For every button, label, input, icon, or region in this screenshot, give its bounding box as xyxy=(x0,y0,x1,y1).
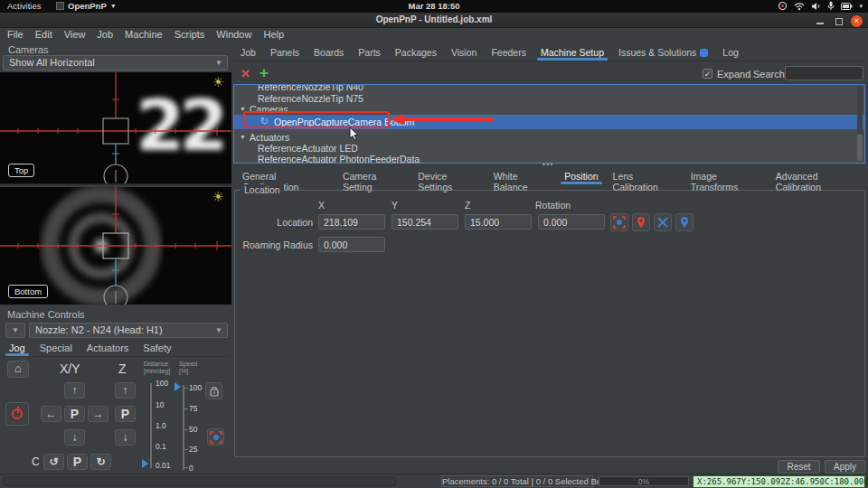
move-camera-to-location-button[interactable] xyxy=(654,213,672,231)
tab-general-configuration[interactable]: General Configuration xyxy=(235,169,335,184)
tree-scrollbar-thumb[interactable] xyxy=(857,134,863,161)
jog-c-ccw-button[interactable]: ↺ xyxy=(43,454,64,470)
move-nozzle-to-location-button[interactable] xyxy=(675,213,693,231)
menu-machine[interactable]: Machine xyxy=(125,29,163,42)
tab-actuators[interactable]: Actuators xyxy=(80,341,136,356)
menu-job[interactable]: Job xyxy=(97,29,113,42)
location-z-field[interactable] xyxy=(465,214,532,230)
brightness-icon[interactable]: ☀ xyxy=(212,74,224,90)
nozzle-dropdown-toggle[interactable]: ▼ xyxy=(5,323,25,338)
tab-log[interactable]: Log xyxy=(715,45,746,61)
capture-camera-location-button[interactable] xyxy=(610,213,628,231)
jog-c-cw-button[interactable]: ↻ xyxy=(90,454,111,470)
tree-item-nozzletip-n40[interactable]: ReferenceNozzleTip N40 xyxy=(234,84,864,92)
menu-file[interactable]: File xyxy=(7,29,24,42)
tab-packages[interactable]: Packages xyxy=(388,45,444,61)
machine-controls-tabs: Jog Special Actuators Safety xyxy=(2,341,230,357)
speed-tick: 50 xyxy=(189,425,197,434)
status-message-field xyxy=(4,477,396,486)
minimize-button[interactable] xyxy=(816,16,825,25)
jog-x-minus-button[interactable]: ← xyxy=(41,406,61,422)
clock[interactable]: Mar 28 18:50 xyxy=(0,1,868,11)
jog-z-plus-button[interactable]: ↑ xyxy=(115,382,136,399)
jog-y-plus-button[interactable]: ↑ xyxy=(64,382,85,399)
arrow-down-icon: ↓ xyxy=(72,431,78,444)
roaming-radius-label: Roaming Radius xyxy=(210,239,313,250)
capture-camera-icon xyxy=(210,431,222,444)
distance-slider-thumb[interactable] xyxy=(142,459,148,468)
delete-icon[interactable]: ✕ xyxy=(241,67,250,80)
menu-help[interactable]: Help xyxy=(263,29,284,42)
power-button[interactable] xyxy=(5,402,29,426)
camera-view-top[interactable]: 22 ☀ Top xyxy=(0,72,231,185)
maximize-button[interactable] xyxy=(834,16,843,25)
apply-button[interactable]: Apply xyxy=(825,460,865,474)
tab-boards[interactable]: Boards xyxy=(307,45,351,61)
distance-tick: 1.0 xyxy=(156,421,166,430)
tab-position[interactable]: Position xyxy=(557,169,605,184)
home-button[interactable]: ⌂ xyxy=(7,361,29,378)
brightness-icon[interactable]: ☀ xyxy=(212,189,224,205)
speed-header: Speed xyxy=(179,361,197,368)
location-rotation-field[interactable] xyxy=(538,214,605,230)
park-c-button[interactable]: P xyxy=(67,454,88,470)
location-row-label: Location xyxy=(228,217,313,228)
tab-jog[interactable]: Jog xyxy=(2,341,33,356)
camera-view-bottom[interactable]: ☀ Bottom xyxy=(0,187,231,305)
menu-window[interactable]: Window xyxy=(216,29,251,42)
tab-feeders[interactable]: Feeders xyxy=(484,45,533,61)
location-groupbox xyxy=(234,190,865,457)
tab-machine-setup[interactable]: Machine Setup xyxy=(533,45,611,61)
menu-edit[interactable]: Edit xyxy=(35,29,52,42)
distance-tick: 0.1 xyxy=(156,442,166,451)
tab-image-transforms[interactable]: Image Transforms xyxy=(684,169,769,184)
column-header-z: Z xyxy=(465,200,470,211)
speed-tick: 0 xyxy=(189,464,193,473)
splitter-handle[interactable]: ••• xyxy=(542,163,561,167)
location-x-field[interactable] xyxy=(318,214,385,230)
reset-button[interactable]: Reset xyxy=(778,460,820,474)
tab-special[interactable]: Special xyxy=(33,341,80,356)
roaming-radius-field[interactable] xyxy=(318,237,385,252)
location-y-field[interactable] xyxy=(392,214,458,230)
tree-group-actuators[interactable]: ▼Actuators xyxy=(234,132,864,143)
nozzle-selector[interactable]: Nozzle: N2 - N24 (Head: H1) ▼ xyxy=(29,323,228,338)
position-camera-button[interactable] xyxy=(207,428,224,446)
weight-units-button[interactable] xyxy=(205,382,222,399)
jog-z-minus-button[interactable]: ↓ xyxy=(115,429,136,446)
tab-camera-setting[interactable]: Camera Setting xyxy=(335,169,410,184)
tab-issues-solutions[interactable]: Issues & Solutions xyxy=(611,45,715,61)
tab-white-balance[interactable]: White Balance xyxy=(486,169,558,184)
tab-parts[interactable]: Parts xyxy=(351,45,388,61)
camera-view-selector[interactable]: Show All Horizontal ▼ xyxy=(3,55,228,70)
park-z-button[interactable]: P xyxy=(115,406,136,422)
speed-slider-thumb[interactable] xyxy=(175,382,181,391)
title-bar: OpenPnP - Untitled.job.xml xyxy=(0,13,868,28)
collapse-arrow-icon[interactable]: ▼ xyxy=(240,134,246,140)
column-header-y: Y xyxy=(392,200,398,211)
close-button[interactable] xyxy=(851,15,863,27)
park-xy-button[interactable]: P xyxy=(64,406,85,422)
tree-item-referenceactuator-led[interactable]: ReferenceActuator LED xyxy=(234,143,864,154)
search-input[interactable] xyxy=(785,66,863,80)
speed-slider[interactable] xyxy=(183,385,184,470)
system-tray[interactable]: ▾ xyxy=(778,1,863,11)
tab-job[interactable]: Job xyxy=(233,45,263,61)
nozzle-pin-blue-icon xyxy=(679,216,690,229)
add-icon[interactable]: + xyxy=(259,64,269,82)
tab-safety[interactable]: Safety xyxy=(136,341,178,356)
tab-advanced-calibration[interactable]: Advanced Calibration xyxy=(769,169,866,184)
tree-item-nozzletip-n75[interactable]: ReferenceNozzleTip N75 xyxy=(234,93,864,104)
expand-checkbox[interactable] xyxy=(703,69,712,79)
capture-nozzle-location-button[interactable] xyxy=(632,213,650,231)
tab-lens-calibration[interactable]: Lens Calibration xyxy=(606,169,684,184)
tab-vision[interactable]: Vision xyxy=(444,45,484,61)
jog-y-minus-button[interactable]: ↓ xyxy=(64,429,85,446)
menu-scripts[interactable]: Scripts xyxy=(175,29,205,42)
jog-x-plus-button[interactable]: → xyxy=(88,406,108,422)
tab-device-settings[interactable]: Device Settings xyxy=(410,169,486,184)
tab-issues-label: Issues & Solutions xyxy=(618,47,696,58)
distance-slider[interactable] xyxy=(150,383,152,468)
tab-panels[interactable]: Panels xyxy=(263,45,307,61)
menu-view[interactable]: View xyxy=(64,29,86,42)
